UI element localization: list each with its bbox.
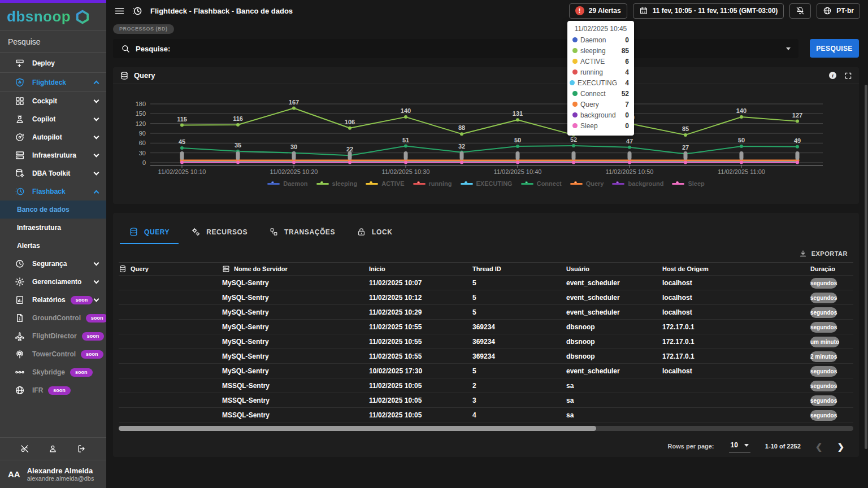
table-row[interactable]: MSSQL-Sentry11/02/2025 10:052sasegundos bbox=[119, 378, 853, 393]
search-icon bbox=[121, 44, 130, 53]
sidebar-item-infraestrutura[interactable]: Infraestrutura bbox=[0, 146, 106, 164]
lock-icon bbox=[357, 227, 366, 237]
next-page-button[interactable]: ❯ bbox=[837, 442, 844, 451]
menu-icon[interactable] bbox=[114, 6, 125, 16]
table-row[interactable]: MySQL-Sentry11/02/2025 10:55369234dbsnoo… bbox=[119, 320, 853, 334]
column-header-query[interactable]: Query bbox=[119, 265, 222, 273]
sidebar-item-skybridge[interactable]: Skybridgesoon bbox=[0, 363, 106, 381]
sidebar-item-flightdeck[interactable]: Flightdeck bbox=[0, 73, 106, 92]
sidebar-item-alertas[interactable]: Alertas bbox=[0, 237, 106, 255]
table-cell: dbsnoop bbox=[566, 352, 662, 360]
search-button[interactable]: PESQUISE bbox=[810, 39, 859, 58]
legend-item-sleeping[interactable]: sleeping bbox=[316, 180, 358, 187]
tabs: QUERYRECURSOSTRANSAÇÕESLOCK bbox=[113, 213, 859, 244]
column-header-duracao[interactable]: Duração bbox=[810, 265, 853, 272]
table-row[interactable]: MySQL-Sentry11/02/2025 10:295event_sched… bbox=[119, 305, 853, 320]
column-header-inicio[interactable]: Inicio bbox=[369, 265, 472, 272]
duration-badge: segundos bbox=[810, 278, 837, 289]
info-icon[interactable] bbox=[829, 72, 836, 79]
table-row[interactable]: MSSQL-Sentry11/02/2025 10:054sasegundos bbox=[119, 408, 853, 422]
sidebar-item-flashback[interactable]: Flashback bbox=[0, 182, 106, 201]
sidebar-item-cockpit[interactable]: Cockpit bbox=[0, 92, 106, 110]
legend-item-running[interactable]: running bbox=[413, 180, 452, 187]
sidebar-item-dba-toolkit[interactable]: DBA Toolkit bbox=[0, 164, 106, 182]
series-dot-icon bbox=[572, 59, 578, 64]
sidebar-item-flightdirector[interactable]: FlightDirectorsoon bbox=[0, 327, 106, 345]
series-value: 4 bbox=[620, 68, 629, 76]
svg-text:47: 47 bbox=[626, 138, 633, 145]
database-icon bbox=[120, 71, 129, 80]
key-off-icon[interactable] bbox=[20, 444, 29, 454]
sidebar-item-banco-de-dados[interactable]: Banco de dados bbox=[0, 201, 106, 219]
table-row[interactable]: MSSQL-Sentry11/02/2025 10:053sasegundos bbox=[119, 393, 853, 408]
column-header-nome-do-servidor[interactable]: Nome do Servidor bbox=[222, 265, 369, 273]
tab-query[interactable]: QUERY bbox=[120, 222, 179, 244]
series-value: 0 bbox=[620, 122, 629, 130]
sidebar-item-ifr[interactable]: IFRsoon bbox=[0, 381, 106, 399]
table-row[interactable]: MySQL-Sentry11/02/2025 10:55369234dbsnoo… bbox=[119, 334, 853, 349]
query-chart[interactable]: 030609012015018011/02/2025 10:1011/02/20… bbox=[113, 88, 859, 177]
svg-text:120: 120 bbox=[136, 120, 146, 127]
sidebar-item-groundcontrol[interactable]: GroundControlsoon bbox=[0, 309, 106, 327]
svg-text:27: 27 bbox=[682, 144, 689, 151]
column-header-thread-id[interactable]: Thread ID bbox=[472, 265, 566, 272]
sidebar-item-infraestrutura[interactable]: Infraestrutura bbox=[0, 219, 106, 237]
legend-item-background[interactable]: background bbox=[612, 180, 663, 187]
sidebar-item-label: DBA Toolkit bbox=[32, 169, 70, 177]
duration-badge: segundos bbox=[810, 410, 837, 421]
table-row[interactable]: MySQL-Sentry11/02/2025 10:55369234dbsnoo… bbox=[119, 349, 853, 364]
sidebar-item-relatorios[interactable]: Relatóriossoon bbox=[0, 291, 106, 309]
legend-item-sleep[interactable]: Sleep bbox=[672, 180, 704, 187]
series-value: 85 bbox=[620, 47, 629, 55]
legend-item-active[interactable]: ACTIVE bbox=[366, 180, 404, 187]
search-dropdown-caret-icon[interactable] bbox=[786, 47, 791, 50]
column-header-host-de-origem[interactable]: Host de Origem bbox=[662, 265, 810, 272]
vertical-scrollbar[interactable] bbox=[865, 85, 867, 449]
table-cell: 11/02/2025 10:55 bbox=[369, 323, 472, 331]
scrollbar-thumb[interactable] bbox=[119, 426, 596, 431]
table-cell: MSSQL-Sentry bbox=[222, 411, 369, 419]
previous-page-button[interactable]: ❮ bbox=[815, 442, 823, 451]
sidebar-item-copilot[interactable]: Copilot bbox=[0, 110, 106, 128]
sidebar-item-towercontrol[interactable]: TowerControlsoon bbox=[0, 345, 106, 363]
horizontal-scrollbar[interactable] bbox=[119, 426, 853, 431]
date-range-label: 11 fev, 10:05 - 11 fev, 11:05 (GMT-03:00… bbox=[653, 7, 778, 15]
search-input[interactable]: Pesquise: bbox=[113, 39, 798, 58]
date-range-button[interactable]: 11 fev, 10:05 - 11 fev, 11:05 (GMT-03:00… bbox=[633, 3, 784, 19]
legend-item-daemon[interactable]: Daemon bbox=[267, 180, 307, 187]
legend-item-connect[interactable]: Connect bbox=[521, 180, 562, 187]
logout-icon[interactable] bbox=[77, 444, 86, 454]
rows-per-page-select[interactable]: 10 bbox=[729, 440, 750, 452]
tab-transacoes[interactable]: TRANSAÇÕES bbox=[260, 222, 344, 244]
flashback-icon bbox=[15, 186, 25, 197]
tooltip-row: Connect52 bbox=[572, 88, 629, 99]
language-button[interactable]: PT-br bbox=[817, 3, 860, 19]
sidebar-item-autopilot[interactable]: Autopilot bbox=[0, 128, 106, 146]
export-button[interactable]: EXPORTAR bbox=[799, 250, 848, 258]
user-card[interactable]: AA Alexandre Almeida alexandre.almeida@d… bbox=[0, 460, 106, 488]
table-row[interactable]: MySQL-Sentry10/02/2025 17:305event_sched… bbox=[119, 364, 853, 378]
process-chip[interactable]: PROCESSOS (BD) bbox=[113, 24, 174, 34]
tab-lock[interactable]: LOCK bbox=[348, 222, 401, 244]
legend-item-executing[interactable]: EXECUTING bbox=[461, 180, 513, 187]
mute-notifications-button[interactable] bbox=[789, 3, 811, 19]
rows-per-page-value: 10 bbox=[731, 441, 738, 449]
sidebar-item-seguranca[interactable]: Segurança bbox=[0, 255, 106, 273]
svg-text:0: 0 bbox=[142, 159, 146, 166]
table-cell: MySQL-Sentry bbox=[222, 352, 369, 360]
column-header-usuario[interactable]: Usuário bbox=[566, 265, 662, 272]
sidebar-item-gerenciamento[interactable]: Gerenciamento bbox=[0, 273, 106, 291]
table-cell: MySQL-Sentry bbox=[222, 294, 369, 302]
user-name: Alexandre Almeida bbox=[27, 467, 94, 475]
alerts-button[interactable]: 29 Alertas bbox=[569, 3, 627, 19]
query-chart-panel: Query 030609012015018011/02/2025 10:1011… bbox=[113, 67, 859, 204]
legend-item-query[interactable]: Query bbox=[570, 180, 604, 187]
table-row[interactable]: MySQL-Sentry11/02/2025 10:125event_sched… bbox=[119, 290, 853, 305]
logo[interactable]: dbsnoop bbox=[0, 3, 106, 31]
tab-recursos[interactable]: RECURSOS bbox=[182, 222, 257, 244]
table-row[interactable]: MySQL-Sentry11/02/2025 10:075event_sched… bbox=[119, 276, 853, 290]
table-cell: event_scheduler bbox=[566, 279, 662, 287]
person-icon[interactable] bbox=[48, 444, 58, 454]
fullscreen-icon[interactable] bbox=[844, 72, 852, 80]
sidebar-item-deploy[interactable]: Deploy bbox=[0, 54, 106, 73]
